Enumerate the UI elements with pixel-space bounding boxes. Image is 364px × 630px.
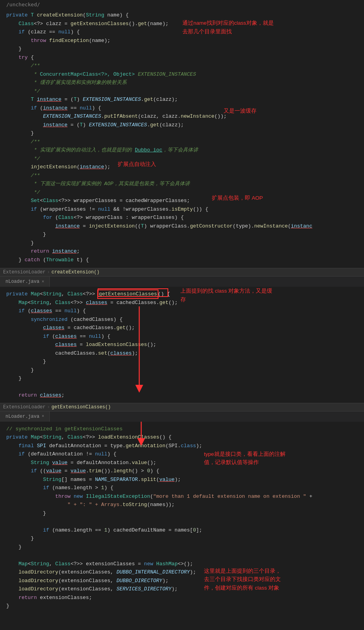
code-line: } xyxy=(0,45,364,53)
tab-bar-1: nLoader.java × xyxy=(0,277,364,287)
code-line: } xyxy=(0,509,364,518)
code-line: T instance = (T) EXTENSION_INSTANCES.get… xyxy=(0,95,364,104)
code-line: } xyxy=(0,602,364,610)
code-line: */ xyxy=(0,188,364,197)
code-line: return extensionClasses; xyxy=(0,594,364,602)
code-line: if (wrapperClasses != null && !wrapperCl… xyxy=(0,205,364,214)
code-line: } catch (Throwable t) { xyxy=(0,256,364,264)
code-line: /** xyxy=(0,138,364,146)
code-line: if (classes == null) { xyxy=(0,332,364,341)
code-line: } xyxy=(0,366,364,375)
code-line: Map<String, Class<?>> extensionClasses =… xyxy=(0,560,364,568)
code-line: if (names.length == 1) cachedDefaultName… xyxy=(0,526,364,535)
code-line: final SPI defaultAnnotation = type.getAn… xyxy=(0,442,364,450)
tab-label-1: nLoader.java xyxy=(5,279,39,284)
code-line: if (clazz == null) { xyxy=(0,28,364,36)
tab-nloader-1[interactable]: nLoader.java × xyxy=(0,277,50,287)
code-line: Class<?> clazz = getExtensionClasses().g… xyxy=(0,20,364,28)
code-line: return instance; xyxy=(0,247,364,256)
code-line: if (names.length > 1) { xyxy=(0,484,364,492)
code-line: * 缓存扩展实现类和实例对象的映射关系 xyxy=(0,78,364,87)
code-line: classes = cachedClasses.get(); xyxy=(0,324,364,332)
code-line: */ xyxy=(0,155,364,163)
code-line: } xyxy=(0,357,364,366)
code-line: } xyxy=(0,129,364,138)
code-line: // synchronized in getExtensionClasses xyxy=(0,425,364,433)
breadcrumb-2a: ExtensionLoader xyxy=(3,404,46,410)
code-line xyxy=(0,517,364,526)
code-line: if (classes == null) { xyxy=(0,307,364,315)
code-line: } xyxy=(0,239,364,248)
code-line: private T createExtension(String name) { xyxy=(0,11,364,20)
code-line: throw findException(name); xyxy=(0,36,364,45)
code-line: instance = injectExtension((T) wrapperCl… xyxy=(0,222,364,231)
code-line: * 下面这一段实现扩展实例的 AOP，其实就是包装类，等下会具体讲 xyxy=(0,180,364,188)
code-line: private Map<String, Class<?>> loadExtens… xyxy=(0,433,364,442)
code-line: Map<String, Class<?>> classes = cachedCl… xyxy=(0,299,364,307)
code-line: try { xyxy=(0,53,364,62)
code-line: private Map<String, Class<?>> getExtensi… xyxy=(0,290,364,299)
code-line: Set<Class<?>> wrapperClasses = cachedWra… xyxy=(0,197,364,205)
code-line: for (Class<?> wrapperClass : wrapperClas… xyxy=(0,213,364,222)
code-line: } xyxy=(0,543,364,552)
code-line: injectExtension(instance); xyxy=(0,163,364,171)
tab-close-2[interactable]: × xyxy=(42,414,44,419)
tab-nloader-2[interactable]: nLoader.java × xyxy=(0,412,50,422)
code-line: } xyxy=(0,230,364,239)
code-line: loadDirectory(extensionClasses, SERVICES… xyxy=(0,585,364,594)
code-line: throw new IllegalStateException("more th… xyxy=(0,492,364,501)
code-line: if (instance == null) { xyxy=(0,104,364,113)
code-line: loadDirectory(extensionClasses, DUBBO_IN… xyxy=(0,568,364,577)
code-line: instance = (T) EXTENSION_INSTANCES.get(c… xyxy=(0,121,364,129)
code-line: String[] names = NAME_SEPARATOR.split(va… xyxy=(0,475,364,484)
code-line: loadDirectory(extensionClasses, DUBBO_DI… xyxy=(0,577,364,585)
code-line: if (defaultAnnotation != null) { xyxy=(0,450,364,459)
breadcrumb-1a: ExtensionLoader xyxy=(3,269,46,275)
code-line: synchronized (cachedClasses) { xyxy=(0,315,364,324)
tab-label-2: nLoader.java xyxy=(5,414,39,419)
breadcrumb-1b: createExtension() xyxy=(51,269,99,275)
code-line: EXTENSION_INSTANCES.putIfAbsent(clazz, c… xyxy=(0,112,364,121)
code-line: String value = defaultAnnotation.value()… xyxy=(0,459,364,467)
code-line: if ((value = value.trim()).length() > 0)… xyxy=(0,467,364,475)
code-line: /** xyxy=(0,62,364,70)
code-line: cachedClasses.set(classes); xyxy=(0,349,364,358)
breadcrumb-2: ExtensionLoader › getExtensionClasses() xyxy=(0,403,364,412)
breadcrumb-2b: getExtensionClasses() xyxy=(51,404,111,410)
tab-close-1[interactable]: × xyxy=(42,280,44,284)
code-line xyxy=(0,551,364,560)
code-line: * ConcurrentMap<Class<?>, Object> EXTENS… xyxy=(0,70,364,79)
code-line xyxy=(0,383,364,391)
code-line: */ xyxy=(0,87,364,96)
code-line: return classes; xyxy=(0,391,364,400)
code-line: /** xyxy=(0,171,364,180)
breadcrumb-1: ExtensionLoader › createExtension() xyxy=(0,268,364,277)
code-line: } xyxy=(0,534,364,543)
code-line: " + ": " + Arrays.toString(names)); xyxy=(0,501,364,509)
code-line: * 实现扩展实例的自动注入，也就是提到的 Dubbo ioc，等下会具体讲 xyxy=(0,146,364,155)
code-line: classes = loadExtensionClasses(); xyxy=(0,340,364,349)
tab-bar-2: nLoader.java × xyxy=(0,412,364,422)
code-line: } xyxy=(0,374,364,383)
